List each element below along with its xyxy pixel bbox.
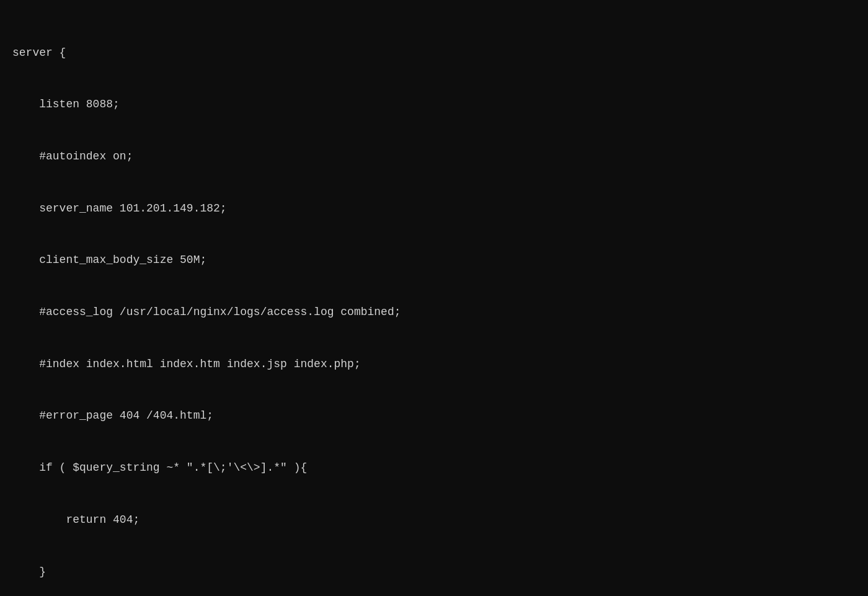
code-text: if ( $query_string ~* ".*[\;'\<\>].*" ){ xyxy=(12,461,307,474)
code-editor: server { listen 8088; #autoindex on; ser… xyxy=(12,10,856,596)
code-line-7: #index index.html index.htm index.jsp in… xyxy=(12,356,856,373)
code-line-8: #error_page 404 /404.html; xyxy=(12,407,856,425)
code-line-1: server { xyxy=(12,45,856,62)
code-line-2: listen 8088; xyxy=(12,96,856,113)
code-text: #access_log /usr/local/nginx/logs/access… xyxy=(12,306,401,318)
code-line-3: #autoindex on; xyxy=(12,148,856,166)
code-text: #error_page 404 /404.html; xyxy=(12,409,213,422)
code-line-11: } xyxy=(12,564,856,581)
code-line-4: server_name 101.201.149.182; xyxy=(12,200,856,218)
code-line-9: if ( $query_string ~* ".*[\;'\<\>].*" ){ xyxy=(12,460,856,477)
code-line-6: #access_log /usr/local/nginx/logs/access… xyxy=(12,304,856,321)
code-text: client_max_body_size 50M; xyxy=(12,254,206,266)
code-text: listen 8088; xyxy=(12,98,120,110)
code-text: #index index.html index.htm index.jsp in… xyxy=(12,358,361,370)
code-text: } xyxy=(12,566,46,578)
code-text: return 404; xyxy=(12,514,140,526)
code-line-10: return 404; xyxy=(12,512,856,529)
code-line-5: client_max_body_size 50M; xyxy=(12,252,856,269)
code-text: #autoindex on; xyxy=(12,150,133,162)
code-text: server_name 101.201.149.182; xyxy=(12,202,227,215)
code-text: server { xyxy=(12,47,66,59)
